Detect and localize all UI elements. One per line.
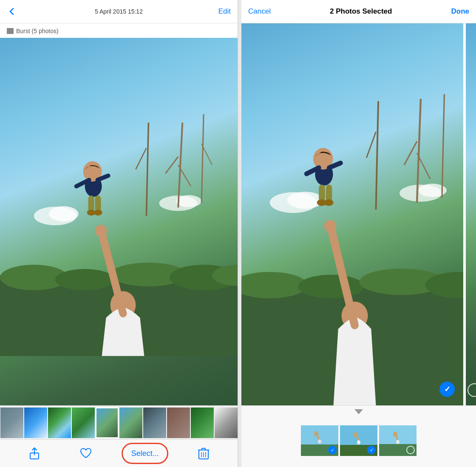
svg-point-60	[324, 199, 333, 206]
thumbnail-4[interactable]	[72, 408, 95, 438]
main-photo	[0, 38, 238, 405]
svg-line-8	[201, 144, 212, 165]
svg-line-5	[165, 156, 178, 173]
selection-indicator-right[interactable]: ✓	[439, 382, 455, 397]
bottom-toolbar: Select...	[0, 439, 238, 467]
select-button-wrapper: Select...	[131, 449, 159, 458]
svg-rect-57	[319, 185, 325, 202]
svg-point-77	[396, 440, 400, 444]
thumbnail-strip	[0, 405, 238, 439]
burst-icon	[7, 28, 14, 34]
header-date: 5 April 2015 15:12	[95, 8, 143, 15]
thumbnail-10[interactable]	[215, 408, 238, 438]
svg-point-16	[212, 265, 238, 286]
svg-line-7	[201, 114, 204, 204]
svg-point-14	[110, 263, 187, 286]
svg-line-9	[146, 123, 148, 216]
svg-point-25	[94, 209, 102, 215]
svg-point-3	[176, 195, 201, 207]
right-thumbnails: ✓ ✓	[294, 414, 423, 467]
svg-line-46	[366, 132, 376, 158]
svg-line-26	[76, 180, 89, 186]
thumbnail-3[interactable]	[48, 408, 71, 438]
svg-line-10	[136, 148, 146, 170]
svg-point-1	[49, 206, 79, 221]
right-main-photo[interactable]: ✓	[241, 23, 463, 405]
svg-point-72	[357, 440, 360, 444]
trash-icon	[198, 447, 210, 460]
burst-label: Burst (5 photos)	[0, 23, 238, 38]
burst-text: Burst (5 photos)	[16, 28, 59, 34]
selection-indicator-empty	[468, 383, 476, 397]
photos-selected-title: 2 Photos Selected	[330, 7, 392, 16]
svg-rect-22	[88, 195, 94, 212]
right-thumb-check-2: ✓	[367, 446, 376, 454]
right-bottom-area: ✓ ✓	[241, 405, 476, 467]
heart-icon	[79, 447, 92, 460]
share-button[interactable]	[28, 447, 41, 460]
svg-point-2	[159, 195, 197, 211]
back-button[interactable]	[7, 6, 17, 17]
svg-point-76	[393, 432, 397, 437]
right-panel: Cancel 2 Photos Selected Done	[241, 0, 476, 467]
svg-point-54	[324, 220, 336, 232]
panel-divider	[238, 0, 241, 467]
thumbnail-1[interactable]	[0, 408, 23, 438]
svg-point-20	[85, 175, 102, 197]
svg-point-38	[287, 192, 323, 209]
svg-line-42	[404, 141, 417, 164]
svg-point-0	[34, 207, 76, 225]
right-thumb-2[interactable]: ✓	[340, 425, 377, 456]
right-thumb-empty-3	[406, 446, 415, 454]
svg-point-67	[318, 439, 321, 444]
thumbnail-8[interactable]	[167, 408, 190, 438]
triangle-indicator	[354, 409, 363, 414]
edit-button[interactable]: Edit	[218, 7, 231, 16]
right-thumb-3[interactable]	[379, 425, 416, 456]
right-photo-area: ✓	[241, 23, 476, 405]
svg-rect-11	[0, 275, 238, 356]
done-button[interactable]: Done	[451, 7, 469, 16]
thumbnail-6[interactable]	[119, 408, 142, 438]
right-thumb-check-1: ✓	[328, 446, 337, 454]
checkmark-icon: ✓	[444, 385, 450, 394]
svg-point-15	[170, 265, 238, 290]
thumbnail-2[interactable]	[24, 408, 47, 438]
svg-rect-58	[326, 185, 332, 202]
svg-point-24	[87, 209, 96, 215]
right-partial-photo	[463, 23, 476, 405]
select-button[interactable]: Select...	[131, 449, 159, 458]
svg-line-4	[178, 123, 182, 208]
svg-point-66	[314, 431, 318, 436]
svg-point-21	[83, 161, 102, 181]
svg-point-71	[354, 432, 358, 437]
svg-line-27	[98, 175, 108, 180]
svg-line-44	[442, 94, 445, 198]
svg-point-49	[298, 275, 364, 298]
delete-button[interactable]	[198, 447, 210, 460]
right-header: Cancel 2 Photos Selected Done	[241, 0, 476, 23]
cancel-button[interactable]: Cancel	[248, 7, 271, 16]
main-photo-area[interactable]	[0, 38, 238, 405]
left-header: 5 April 2015 15:12 Edit	[0, 0, 238, 23]
svg-rect-23	[95, 195, 101, 212]
right-thumb-1[interactable]: ✓	[301, 425, 338, 456]
svg-point-13	[55, 269, 115, 290]
heart-button[interactable]	[79, 447, 92, 460]
svg-point-17	[110, 291, 136, 319]
svg-point-12	[0, 265, 68, 290]
svg-line-18	[102, 233, 123, 314]
thumbnail-5[interactable]	[96, 408, 119, 438]
thumbnail-7[interactable]	[143, 408, 166, 438]
thumbnail-9[interactable]	[191, 408, 214, 438]
svg-line-6	[178, 165, 191, 186]
svg-line-45	[376, 101, 378, 209]
svg-point-19	[95, 225, 107, 237]
share-icon	[28, 447, 41, 460]
left-panel: 5 April 2015 15:12 Edit Burst (5 photos)	[0, 0, 238, 467]
